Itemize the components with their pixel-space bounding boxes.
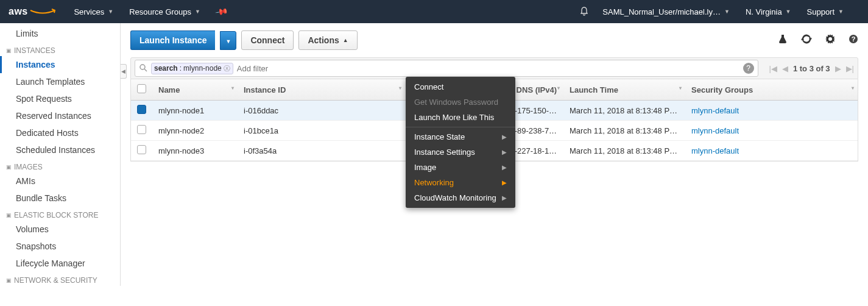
nav-user[interactable]: SAML_Normal_User/michael.ly…▼ — [602, 7, 730, 16]
remove-tag-icon[interactable]: ⓧ — [224, 64, 230, 73]
menu-launch-more[interactable]: Launch More Like This — [406, 110, 515, 125]
sort-icon: ▾ — [399, 85, 401, 91]
refresh-icon[interactable] — [801, 34, 812, 47]
sidebar-instances[interactable]: Instances — [0, 56, 120, 73]
menu-cloudwatch[interactable]: CloudWatch Monitoring▶ — [406, 190, 515, 205]
menu-connect[interactable]: Connect — [406, 79, 515, 94]
cell-instance-id: i-01bce1a — [238, 121, 405, 141]
toolbar: Launch Instance ▼ Connect Actions▲ ? — [121, 23, 868, 57]
sort-icon: ▾ — [231, 85, 234, 91]
cell-instance-id: i-016ddac — [238, 101, 405, 121]
sidebar-section-instances[interactable]: ▣INSTANCES — [0, 42, 120, 56]
submenu-arrow-icon: ▶ — [502, 149, 507, 155]
sidebar-bundle-tasks[interactable]: Bundle Tasks — [0, 190, 120, 207]
prev-page-button[interactable]: ◀ — [782, 64, 788, 73]
cell-security-group[interactable]: mlynn-default — [685, 101, 858, 121]
sidebar-spot-requests[interactable]: Spot Requests — [0, 90, 120, 107]
aws-logo[interactable]: aws — [9, 6, 55, 17]
col-name[interactable]: Name▾ — [152, 79, 238, 101]
connect-button[interactable]: Connect — [241, 30, 294, 50]
sidebar-volumes[interactable]: Volumes — [0, 221, 120, 238]
sidebar-dedicated-hosts[interactable]: Dedicated Hosts — [0, 124, 120, 141]
sidebar-amis[interactable]: AMIs — [0, 173, 120, 190]
chevron-down-icon: ▼ — [786, 9, 791, 15]
cell-security-group[interactable]: mlynn-default — [685, 141, 858, 161]
menu-instance-settings[interactable]: Instance Settings▶ — [406, 144, 515, 160]
sort-icon: ▾ — [679, 85, 682, 91]
cell-launch-time: March 11, 2018 at 8:13:48 P… — [563, 141, 685, 161]
submenu-arrow-icon: ▶ — [502, 179, 507, 186]
cell-instance-id: i-0f3a54a — [238, 141, 405, 161]
cell-name: mlynn-node1 — [152, 101, 238, 121]
nav-resource-groups[interactable]: Resource Groups▼ — [129, 7, 200, 16]
filter-bar: search : mlynn-node ⓧ ? |◀ ◀ 1 to 3 of 3… — [130, 57, 858, 79]
bell-icon[interactable] — [579, 6, 589, 18]
svg-text:?: ? — [852, 35, 856, 43]
launch-instance-button[interactable]: Launch Instance — [130, 30, 215, 50]
sort-icon: ▾ — [852, 85, 854, 91]
sidebar-launch-templates[interactable]: Launch Templates — [0, 73, 120, 90]
select-all-checkbox[interactable] — [137, 84, 146, 93]
row-checkbox[interactable] — [137, 105, 146, 114]
pager-text: 1 to 3 of 3 — [793, 64, 830, 73]
col-instance-id[interactable]: Instance ID▾ — [238, 79, 405, 101]
sidebar-limits[interactable]: Limits — [0, 25, 120, 42]
col-security-groups[interactable]: Security Groups▾ — [685, 79, 858, 101]
nav-support[interactable]: Support▼ — [807, 7, 844, 16]
help-icon[interactable]: ? — [849, 34, 858, 46]
chevron-down-icon: ▼ — [724, 9, 730, 15]
cell-launch-time: March 11, 2018 at 8:13:48 P… — [563, 101, 685, 121]
row-checkbox[interactable] — [137, 125, 146, 134]
aws-swoosh-icon — [30, 9, 55, 15]
nav-region[interactable]: N. Virginia▼ — [746, 7, 791, 16]
pager: |◀ ◀ 1 to 3 of 3 ▶ ▶| — [769, 64, 854, 73]
sidebar-reserved-instances[interactable]: Reserved Instances — [0, 107, 120, 124]
nav-services[interactable]: Services▼ — [74, 7, 113, 16]
pin-icon[interactable]: 📌 — [214, 5, 228, 19]
first-page-button[interactable]: |◀ — [769, 64, 777, 73]
chevron-down-icon: ▼ — [108, 9, 113, 15]
search-icon — [139, 63, 147, 74]
row-checkbox[interactable] — [137, 145, 146, 154]
sidebar-scheduled-instances[interactable]: Scheduled Instances — [0, 141, 120, 158]
svg-point-2 — [140, 65, 145, 69]
actions-button[interactable]: Actions▲ — [298, 30, 357, 50]
sidebar-section-network[interactable]: ▣NETWORK & SECURITY — [0, 272, 120, 286]
main-panel: ◀ Launch Instance ▼ Connect Actions▲ ? — [121, 23, 868, 286]
chevron-up-icon: ▲ — [343, 37, 348, 43]
cell-security-group[interactable]: mlynn-default — [685, 121, 858, 141]
filter-tag[interactable]: search : mlynn-node ⓧ — [151, 63, 233, 74]
filter-help-icon[interactable]: ? — [743, 63, 754, 74]
submenu-arrow-icon: ▶ — [502, 164, 507, 171]
chevron-down-icon: ▼ — [195, 9, 200, 15]
sidebar-section-ebs[interactable]: ▣ELASTIC BLOCK STORE — [0, 207, 120, 221]
menu-instance-state[interactable]: Instance State▶ — [406, 129, 515, 144]
sidebar: Limits ▣INSTANCES Instances Launch Templ… — [0, 23, 121, 286]
sort-icon: ▾ — [557, 85, 560, 91]
menu-separator — [406, 127, 515, 127]
sidebar-snapshots[interactable]: Snapshots — [0, 238, 120, 255]
sidebar-lifecycle[interactable]: Lifecycle Manager — [0, 255, 120, 272]
navbar: aws Services▼ Resource Groups▼ 📌 SAML_No… — [0, 0, 868, 23]
collapse-icon: ▣ — [6, 48, 12, 54]
last-page-button[interactable]: ▶| — [846, 64, 854, 73]
next-page-button[interactable]: ▶ — [835, 64, 841, 73]
col-checkbox[interactable] — [131, 79, 152, 101]
col-launch-time[interactable]: Launch Time▾ — [563, 79, 685, 101]
launch-instance-dropdown[interactable]: ▼ — [220, 31, 236, 50]
svg-line-3 — [144, 69, 147, 71]
cell-launch-time: March 11, 2018 at 8:13:48 P… — [563, 121, 685, 141]
actions-menu: Connect Get Windows Password Launch More… — [406, 77, 515, 208]
sidebar-section-images[interactable]: ▣IMAGES — [0, 158, 120, 173]
gear-icon[interactable] — [825, 34, 835, 46]
chevron-down-icon: ▼ — [838, 9, 844, 15]
menu-image[interactable]: Image▶ — [406, 160, 515, 175]
search-input[interactable]: search : mlynn-node ⓧ ? — [135, 60, 758, 77]
sidebar-collapse-handle[interactable]: ◀ — [121, 64, 127, 79]
experiment-icon[interactable] — [778, 34, 788, 46]
collapse-icon: ▣ — [6, 212, 12, 218]
filter-input[interactable] — [237, 64, 738, 73]
menu-networking[interactable]: Networking▶ — [406, 175, 515, 190]
submenu-arrow-icon: ▶ — [502, 194, 507, 201]
submenu-arrow-icon: ▶ — [502, 133, 507, 140]
